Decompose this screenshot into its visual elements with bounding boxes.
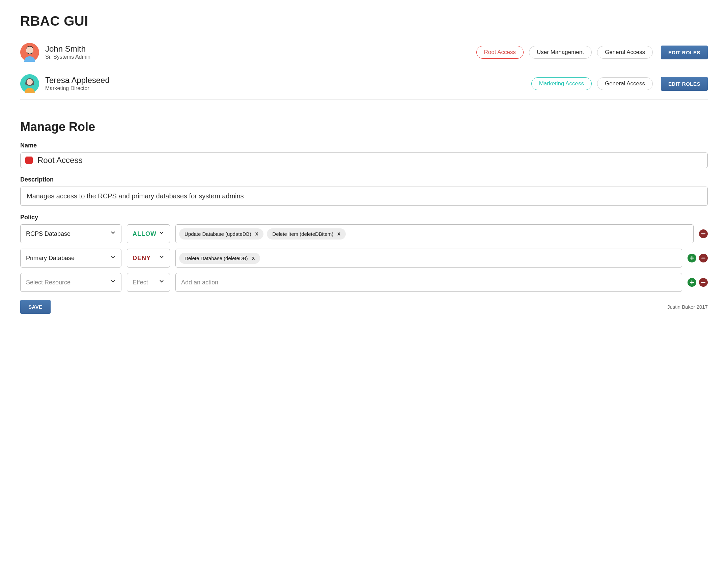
role-description-input[interactable] (20, 187, 708, 206)
chevron-down-icon (111, 280, 116, 285)
effect-select[interactable]: ALLOW (127, 224, 170, 243)
action-chip[interactable]: Update Database (updateDB)X (179, 228, 263, 239)
remove-policy-icon[interactable] (699, 278, 708, 287)
action-chip-label: Delete Item (deleteDBitem) (272, 231, 333, 237)
chevron-down-icon (160, 280, 164, 285)
name-input-wrap[interactable] (20, 152, 708, 168)
policy-rows: RCPS DatabaseALLOWUpdate Database (updat… (20, 224, 708, 292)
role-chip[interactable]: General Access (597, 77, 653, 90)
avatar (20, 74, 39, 93)
policy-row-controls (687, 273, 708, 292)
policy-row: Primary DatabaseDENYDelete Database (del… (20, 249, 708, 267)
name-group: Name (20, 142, 708, 168)
manage-role-heading: Manage Role (20, 120, 708, 134)
role-chips: Root AccessUser ManagementGeneral Access (476, 46, 653, 59)
actions-input[interactable]: Update Database (updateDB)XDelete Item (… (175, 224, 694, 243)
role-chip[interactable]: Root Access (476, 46, 524, 59)
effect-select[interactable]: Effect (127, 273, 170, 292)
svg-point-1 (26, 47, 33, 54)
effect-select[interactable]: DENY (127, 249, 170, 267)
edit-roles-button[interactable]: EDIT ROLES (661, 46, 708, 60)
policy-group: Policy RCPS DatabaseALLOWUpdate Database… (20, 214, 708, 292)
user-name: Teresa Appleseed (45, 76, 110, 85)
role-chip[interactable]: Marketing Access (531, 77, 592, 90)
edit-roles-button[interactable]: EDIT ROLES (661, 77, 708, 91)
user-info: Teresa AppleseedMarketing Director (45, 76, 110, 91)
add-policy-icon[interactable] (687, 278, 696, 287)
resource-select[interactable]: Select Resource (20, 273, 121, 292)
svg-point-3 (27, 79, 33, 85)
user-title: Sr. Systems Admin (45, 54, 90, 60)
resource-select[interactable]: RCPS Database (20, 224, 121, 243)
remove-action-icon[interactable]: X (337, 231, 340, 236)
footer: SAVE Justin Baker 2017 (20, 300, 708, 314)
resource-value: Select Resource (26, 279, 71, 286)
user-row: Teresa AppleseedMarketing DirectorMarket… (20, 68, 708, 99)
user-name: John Smith (45, 45, 90, 53)
user-row: John SmithSr. Systems AdminRoot AccessUs… (20, 37, 708, 68)
description-label: Description (20, 176, 708, 183)
name-label: Name (20, 142, 708, 149)
app-title: RBAC GUI (20, 14, 708, 29)
role-chip[interactable]: User Management (529, 46, 592, 59)
actions-input[interactable]: Delete Database (deleteDB)X (175, 249, 682, 267)
policy-row: RCPS DatabaseALLOWUpdate Database (updat… (20, 224, 708, 243)
actions-placeholder: Add an action (179, 279, 218, 286)
chevron-down-icon (111, 256, 116, 260)
add-policy-icon[interactable] (687, 254, 696, 262)
resource-value: Primary Database (26, 255, 74, 262)
users-list: John SmithSr. Systems AdminRoot AccessUs… (20, 37, 708, 99)
chevron-down-icon (160, 231, 164, 236)
action-chip-label: Update Database (updateDB) (185, 231, 251, 237)
action-chip-label: Delete Database (deleteDB) (185, 255, 248, 261)
actions-input[interactable]: Add an action (175, 273, 682, 292)
remove-policy-icon[interactable] (699, 254, 708, 262)
policy-row-controls (699, 224, 708, 243)
action-chip[interactable]: Delete Item (deleteDBitem)X (267, 228, 346, 239)
role-color-swatch[interactable] (25, 157, 33, 164)
save-button[interactable]: SAVE (20, 300, 51, 314)
effect-value: ALLOW (133, 230, 157, 237)
effect-value: DENY (133, 255, 151, 262)
user-title: Marketing Director (45, 85, 110, 91)
effect-value: Effect (133, 279, 148, 286)
avatar (20, 43, 39, 62)
chevron-down-icon (160, 256, 164, 260)
attribution-text: Justin Baker 2017 (667, 304, 708, 310)
remove-policy-icon[interactable] (699, 229, 708, 238)
resource-select[interactable]: Primary Database (20, 249, 121, 267)
remove-action-icon[interactable]: X (255, 231, 258, 236)
user-info: John SmithSr. Systems Admin (45, 45, 90, 60)
remove-action-icon[interactable]: X (252, 256, 255, 261)
policy-label: Policy (20, 214, 708, 221)
resource-value: RCPS Database (26, 230, 71, 237)
role-chip[interactable]: General Access (597, 46, 653, 59)
chevron-down-icon (111, 231, 116, 236)
description-group: Description (20, 176, 708, 206)
policy-row-controls (687, 249, 708, 267)
role-name-input[interactable] (38, 156, 703, 165)
action-chip[interactable]: Delete Database (deleteDB)X (179, 253, 260, 264)
policy-row: Select ResourceEffectAdd an action (20, 273, 708, 292)
role-chips: Marketing AccessGeneral Access (531, 77, 653, 90)
